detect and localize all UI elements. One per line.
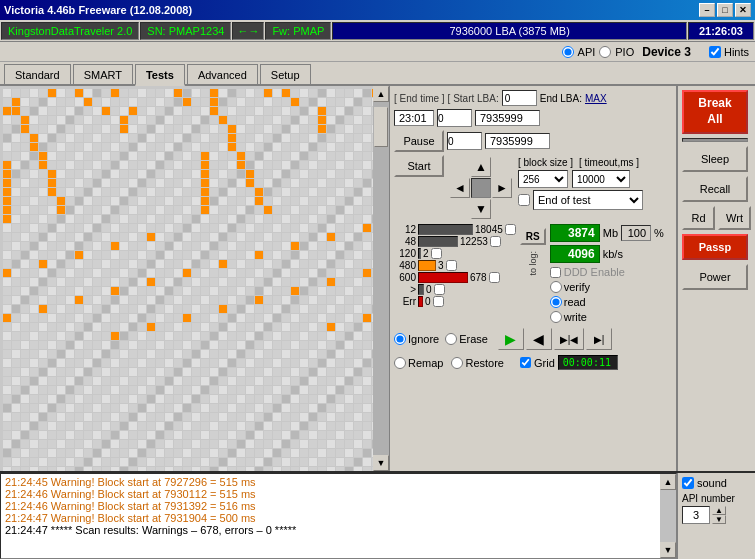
stat-check-gt[interactable] <box>434 284 445 295</box>
stat-label-12: 12 <box>394 224 416 235</box>
skip-fwd-button[interactable]: ▶|◀ <box>554 328 584 350</box>
start-button[interactable]: Start <box>394 155 444 177</box>
read-option: read <box>550 296 586 308</box>
skip-end-button[interactable]: ▶| <box>586 328 612 350</box>
block-size-select[interactable]: 256 <box>518 170 568 188</box>
hints-label: Hints <box>724 46 749 58</box>
stat-label-gt: > <box>394 284 416 295</box>
ddd-checkbox[interactable] <box>550 267 561 278</box>
speed-row-kbs: 4096 kb/s <box>550 245 664 263</box>
sleep-button[interactable]: Sleep <box>682 146 748 172</box>
start-lba-input[interactable] <box>502 90 537 106</box>
pct-display: 100 <box>621 225 651 241</box>
nav-right-button[interactable]: ► <box>492 178 512 198</box>
sound-checkbox[interactable] <box>682 477 694 489</box>
power-button[interactable]: Power <box>682 264 748 290</box>
play-button[interactable]: ▶ <box>498 328 524 350</box>
stat-check-120[interactable] <box>431 248 442 259</box>
stat-val-err: 0 <box>425 296 431 307</box>
nav-down-button[interactable]: ▼ <box>471 199 491 219</box>
stat-check-err[interactable] <box>433 296 444 307</box>
verify-radio[interactable] <box>550 281 562 293</box>
log-entry: 21:24:47 Warning! Block start at 7931904… <box>5 512 656 524</box>
passp-button[interactable]: Passp <box>682 234 748 260</box>
maximize-button[interactable]: □ <box>717 3 733 17</box>
break-all-button[interactable]: BreakAll <box>682 90 748 134</box>
stats-bars: 12 18045 48 12253 120 <box>394 224 516 307</box>
log-scroll-up[interactable]: ▲ <box>660 474 676 490</box>
lba-input-1[interactable] <box>437 109 472 127</box>
block-size-label: [ block size ] <box>518 157 573 168</box>
param-inputs: 256 10000 <box>518 170 643 188</box>
api-number-display: 3 <box>682 506 710 524</box>
stat-check-480[interactable] <box>446 260 457 271</box>
stats-area: 12 18045 48 12253 120 <box>394 224 672 323</box>
end-test-checkbox[interactable] <box>518 194 530 206</box>
stat-check-12[interactable] <box>505 224 516 235</box>
ddd-label: DDD Enable <box>564 266 625 278</box>
stat-bar-12 <box>418 224 473 235</box>
pio-radio[interactable] <box>599 46 611 58</box>
erase-radio[interactable] <box>445 333 457 345</box>
read-radio[interactable] <box>550 296 562 308</box>
tab-smart[interactable]: SMART <box>73 64 133 84</box>
stat-label-480: 480 <box>394 260 416 271</box>
wrt-button[interactable]: Wrt <box>718 206 751 230</box>
minimize-button[interactable]: – <box>699 3 715 17</box>
restore-radio[interactable] <box>451 357 463 369</box>
hints-checkbox[interactable] <box>709 46 721 58</box>
stat-check-48[interactable] <box>490 236 501 247</box>
rs-button[interactable]: RS <box>520 228 546 245</box>
remap-option: Remap <box>394 357 443 369</box>
rd-button[interactable]: Rd <box>682 206 715 230</box>
scroll-down-button[interactable]: ▼ <box>373 455 389 471</box>
api-row: API PIO Device 3 Hints <box>0 42 755 62</box>
lba-row-1: [ End time ] [ Start LBA: End LBA: MAX <box>394 90 672 106</box>
stat-bar-120 <box>418 248 421 259</box>
mb-unit: Mb <box>603 227 618 239</box>
lba-input-2[interactable] <box>447 132 482 150</box>
remap-radio[interactable] <box>394 357 406 369</box>
mb-display: 3874 <box>550 224 600 242</box>
grid-checkbox[interactable] <box>520 357 531 368</box>
grid-label: Grid <box>534 357 555 369</box>
api-step-down[interactable]: ▼ <box>712 515 726 524</box>
break-spacer <box>682 138 748 142</box>
stat-bar-gt <box>418 284 424 295</box>
tab-advanced[interactable]: Advanced <box>187 64 258 84</box>
stat-check-600[interactable] <box>489 272 500 283</box>
scan-area: ▲ ▼ <box>0 86 390 471</box>
back-button[interactable]: ◀ <box>526 328 552 350</box>
timeout-select[interactable]: 10000 <box>572 170 630 188</box>
write-radio[interactable] <box>550 311 562 323</box>
api-radio[interactable] <box>562 46 574 58</box>
api-number-label: API number <box>682 493 751 504</box>
pause-button[interactable]: Pause <box>394 130 444 152</box>
tab-standard[interactable]: Standard <box>4 64 71 84</box>
pct-unit: % <box>654 227 664 239</box>
stat-row-480: 480 3 <box>394 260 516 271</box>
nav-left-button[interactable]: ◄ <box>450 178 470 198</box>
radio-options-3: write <box>550 311 664 323</box>
lba-info: 7936000 LBA (3875 MB) <box>332 22 687 40</box>
scroll-up-button[interactable]: ▲ <box>373 86 389 102</box>
speed-options: 3874 Mb 100 % 4096 kb/s DDD Enable <box>550 224 664 323</box>
api-step-up[interactable]: ▲ <box>712 506 726 515</box>
tab-setup[interactable]: Setup <box>260 64 311 84</box>
close-button[interactable]: ✕ <box>735 3 751 17</box>
device-label: Device 3 <box>642 45 691 59</box>
end-test-select[interactable]: End of test <box>533 190 643 210</box>
log-entry: 21:24:45 Warning! Block start at 7927296… <box>5 476 656 488</box>
log-scroll-down[interactable]: ▼ <box>660 542 676 558</box>
scroll-thumb[interactable] <box>374 107 388 147</box>
right-buttons-panel: BreakAll Sleep Recall Rd Wrt Passp Power <box>677 86 755 471</box>
ignore-radio[interactable] <box>394 333 406 345</box>
verify-label: verify <box>564 281 590 293</box>
nav-up-button[interactable]: ▲ <box>471 157 491 177</box>
write-label: write <box>564 311 587 323</box>
log-scroll-track <box>660 490 676 542</box>
read-label: read <box>564 296 586 308</box>
bottom-right-panel: sound API number 3 ▲ ▼ <box>677 473 755 559</box>
recall-button[interactable]: Recall <box>682 176 748 202</box>
tab-tests[interactable]: Tests <box>135 64 185 86</box>
